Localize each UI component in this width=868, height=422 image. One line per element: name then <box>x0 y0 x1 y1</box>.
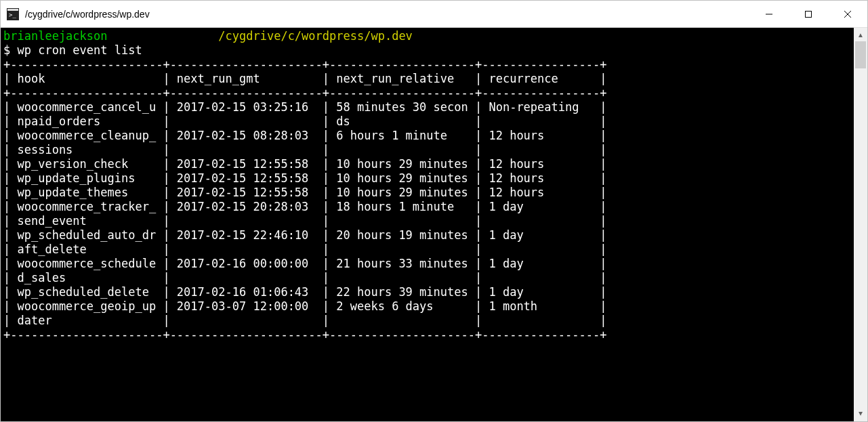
terminal-icon: >_ <box>6 7 20 21</box>
svg-rect-1 <box>7 9 18 11</box>
minimize-button[interactable] <box>749 1 789 27</box>
scrollbar[interactable]: ▲ ▲ <box>854 28 867 421</box>
scrollbar-thumb[interactable] <box>855 41 866 68</box>
maximize-button[interactable] <box>789 1 828 27</box>
close-button[interactable] <box>828 1 867 27</box>
scrollbar-track[interactable] <box>854 41 867 408</box>
terminal-window: >_ /cygdrive/c/wordpress/wp.dev brianlee… <box>0 0 868 422</box>
titlebar[interactable]: >_ /cygdrive/c/wordpress/wp.dev <box>1 1 867 28</box>
svg-text:>_: >_ <box>9 12 16 18</box>
window-controls <box>749 1 867 27</box>
svg-rect-4 <box>806 11 812 17</box>
scroll-up-button[interactable]: ▲ <box>854 28 867 41</box>
terminal-body: brianleejackson /cygdrive/c/wordpress/wp… <box>1 28 867 421</box>
terminal-output[interactable]: brianleejackson /cygdrive/c/wordpress/wp… <box>1 28 854 421</box>
scroll-down-button[interactable]: ▲ <box>854 408 867 421</box>
window-title: /cygdrive/c/wordpress/wp.dev <box>25 9 749 20</box>
